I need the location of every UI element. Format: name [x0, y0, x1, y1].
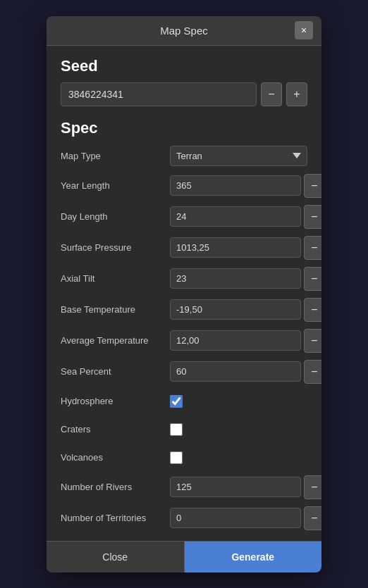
day-length-input[interactable] — [170, 206, 301, 227]
number-of-territories-row: Number of Territories − + — [61, 506, 307, 531]
volcanoes-row: Volcanoes — [61, 446, 307, 469]
sea-percent-decrement[interactable]: − — [304, 360, 321, 384]
seed-increment-button[interactable]: + — [286, 82, 307, 106]
dialog-content: Seed − + Spec Map Type Terran Desert Oce… — [47, 46, 321, 531]
sea-percent-control: − + — [170, 360, 321, 384]
number-of-rivers-row: Number of Rivers − + — [61, 475, 307, 500]
seed-row: − + — [61, 82, 307, 106]
axial-tilt-row: Axial Tilt − + — [61, 266, 307, 292]
axial-tilt-label: Axial Tilt — [61, 273, 170, 284]
craters-row: Craters — [61, 418, 307, 441]
day-length-control: − + — [170, 205, 321, 229]
number-of-rivers-input[interactable] — [170, 477, 301, 497]
base-temperature-control: − + — [170, 298, 321, 322]
volcanoes-label: Volcanoes — [61, 452, 170, 463]
day-length-decrement[interactable]: − — [304, 205, 321, 229]
map-type-row: Map Type Terran Desert Ocean Arctic Jung… — [61, 146, 307, 166]
year-length-row: Year Length − + — [61, 173, 307, 199]
year-length-label: Year Length — [61, 180, 170, 191]
base-temperature-row: Base Temperature − + — [61, 297, 307, 323]
axial-tilt-decrement[interactable]: − — [304, 267, 321, 291]
average-temperature-input[interactable] — [170, 330, 301, 351]
sea-percent-label: Sea Percent — [61, 366, 170, 377]
hydrosphere-label: Hydrosphere — [61, 396, 170, 406]
base-temperature-label: Base Temperature — [61, 304, 170, 315]
map-spec-dialog: Map Spec × Seed − + Spec Map Type Terran… — [47, 16, 321, 573]
number-of-territories-decrement[interactable]: − — [304, 506, 321, 530]
number-of-territories-input[interactable] — [170, 508, 301, 528]
spec-section-title: Spec — [61, 119, 307, 137]
axial-tilt-input[interactable] — [170, 268, 301, 289]
seed-decrement-button[interactable]: − — [261, 82, 282, 106]
close-icon-button[interactable]: × — [295, 21, 313, 39]
surface-pressure-row: Surface Pressure − + — [61, 235, 307, 261]
surface-pressure-decrement[interactable]: − — [304, 236, 321, 260]
year-length-input[interactable] — [170, 175, 301, 196]
surface-pressure-input[interactable] — [170, 237, 301, 258]
surface-pressure-label: Surface Pressure — [61, 242, 170, 253]
hydrosphere-row: Hydrosphere — [61, 390, 307, 413]
number-of-territories-label: Number of Territories — [61, 513, 170, 523]
number-of-territories-control: − + — [170, 506, 321, 530]
average-temperature-row: Average Temperature − + — [61, 328, 307, 354]
year-length-decrement[interactable]: − — [304, 174, 321, 198]
sea-percent-input[interactable] — [170, 361, 301, 382]
day-length-row: Day Length − + — [61, 204, 307, 230]
base-temperature-input[interactable] — [170, 299, 301, 320]
craters-checkbox[interactable] — [170, 423, 183, 436]
title-bar: Map Spec × — [47, 16, 321, 46]
dialog-footer: Close Generate — [47, 541, 321, 573]
base-temperature-decrement[interactable]: − — [304, 298, 321, 322]
dialog-title: Map Spec — [160, 25, 208, 37]
year-length-control: − + — [170, 174, 321, 198]
number-of-rivers-decrement[interactable]: − — [304, 475, 321, 499]
average-temperature-control: − + — [170, 329, 321, 353]
map-type-label: Map Type — [61, 151, 170, 161]
volcanoes-checkbox[interactable] — [170, 451, 183, 464]
sea-percent-row: Sea Percent − + — [61, 359, 307, 384]
generate-button[interactable]: Generate — [185, 542, 322, 573]
seed-section-title: Seed — [61, 57, 307, 75]
surface-pressure-control: − + — [170, 236, 321, 260]
number-of-rivers-control: − + — [170, 475, 321, 499]
average-temperature-decrement[interactable]: − — [304, 329, 321, 353]
craters-label: Craters — [61, 424, 170, 434]
average-temperature-label: Average Temperature — [61, 335, 170, 346]
day-length-label: Day Length — [61, 211, 170, 222]
axial-tilt-control: − + — [170, 267, 321, 291]
close-button[interactable]: Close — [47, 542, 185, 573]
number-of-rivers-label: Number of Rivers — [61, 482, 170, 492]
hydrosphere-checkbox[interactable] — [170, 395, 183, 408]
map-type-select[interactable]: Terran Desert Ocean Arctic Jungle — [170, 146, 307, 166]
seed-input[interactable] — [61, 82, 257, 106]
